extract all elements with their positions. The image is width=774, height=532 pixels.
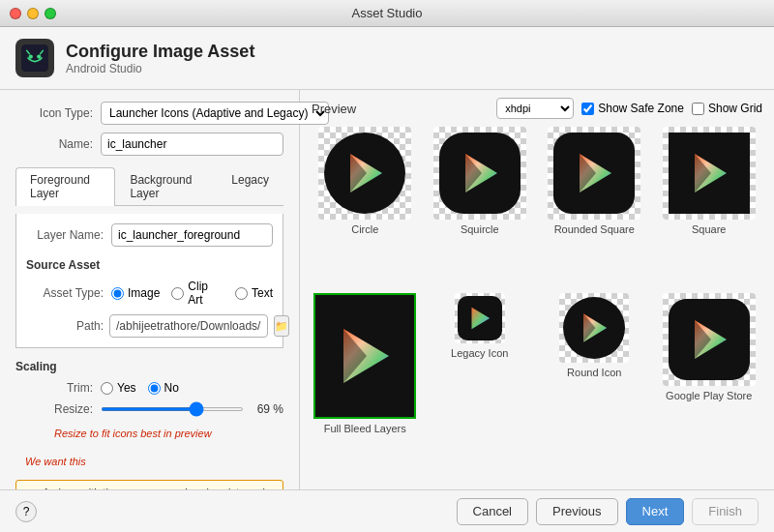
- finish-button[interactable]: Finish: [692, 498, 759, 525]
- tabs-row: Foreground Layer Background Layer Legacy: [15, 167, 283, 206]
- icon-cell-square: Square: [656, 127, 763, 283]
- icon-preview-fullbleed: [313, 293, 416, 419]
- header: Configure Image Asset Android Studio: [0, 27, 774, 90]
- window-controls[interactable]: [10, 8, 56, 19]
- android-logo: [15, 39, 54, 77]
- play-icon-rounded: [553, 133, 635, 214]
- browse-button[interactable]: 📁: [274, 315, 289, 337]
- icon-preview-round: [559, 293, 629, 363]
- icon-cell-gplay: Google Play Store: [656, 293, 763, 483]
- radio-text[interactable]: Text: [235, 286, 273, 300]
- title-bar: Asset Studio: [0, 0, 774, 27]
- icon-label-fullbleed: Full Bleed Layers: [324, 423, 406, 434]
- layer-name-label: Layer Name:: [26, 228, 104, 242]
- radio-trim-yes[interactable]: Yes: [101, 381, 136, 395]
- cancel-button[interactable]: Cancel: [457, 498, 528, 525]
- asset-type-label: Asset Type:: [26, 286, 104, 300]
- bottom-bar: ? Cancel Previous Next Finish: [0, 489, 774, 532]
- resize-row: Resize: 69 %: [15, 402, 283, 416]
- show-safe-zone-label[interactable]: Show Safe Zone: [581, 102, 684, 115]
- show-safe-zone-checkbox[interactable]: [581, 103, 594, 115]
- icon-label-squircle: Squircle: [461, 223, 499, 235]
- fullbleed-bg: [315, 295, 414, 417]
- radio-image[interactable]: Image: [111, 286, 160, 300]
- icon-type-select[interactable]: Launcher Icons (Adaptive and Legacy): [101, 102, 329, 125]
- asset-type-radio-group: Image Clip Art Text: [111, 280, 273, 307]
- content-area: Icon Type: Launcher Icons (Adaptive and …: [0, 90, 774, 489]
- main-container: Configure Image Asset Android Studio Ico…: [0, 27, 774, 532]
- path-row: Path: 📁: [26, 314, 273, 338]
- icon-label-gplay: Google Play Store: [666, 390, 752, 401]
- icon-cell-round: Round Icon: [541, 293, 648, 483]
- resize-slider[interactable]: [101, 407, 244, 411]
- icon-preview-gplay: [663, 293, 756, 386]
- layer-name-input[interactable]: [111, 223, 273, 247]
- dpi-select[interactable]: xhdpi mdpi hdpi xxhdpi xxxhdpi: [496, 98, 574, 119]
- tab-legacy[interactable]: Legacy: [217, 167, 283, 205]
- path-label: Path:: [26, 319, 104, 333]
- preview-label: Preview: [312, 102, 356, 116]
- trim-row: Trim: Yes No: [15, 381, 283, 395]
- next-button[interactable]: Next: [626, 498, 685, 525]
- previous-button[interactable]: Previous: [536, 498, 618, 525]
- tab-foreground[interactable]: Foreground Layer: [15, 167, 115, 206]
- resize-value: 69 %: [250, 402, 283, 416]
- name-row: Name: ic_launcher: [15, 133, 283, 156]
- radio-clipart[interactable]: Clip Art: [171, 280, 223, 307]
- show-grid-label[interactable]: Show Grid: [692, 102, 762, 115]
- page-title: Configure Image Asset: [66, 42, 254, 62]
- icon-label-legacy: Legacy Icon: [451, 347, 508, 359]
- warning-bar: ⚠ An icon with the same name already exi…: [15, 480, 283, 489]
- play-icon-gplay: [669, 299, 750, 380]
- tab-background[interactable]: Background Layer: [115, 167, 217, 205]
- trim-radio-group: Yes No: [101, 381, 179, 395]
- show-grid-checkbox[interactable]: [692, 103, 704, 115]
- icon-label-round: Round Icon: [567, 367, 621, 378]
- play-icon-legacy: [458, 296, 502, 340]
- radio-trim-no[interactable]: No: [148, 381, 179, 395]
- play-icon-circle: [324, 133, 405, 214]
- play-icon-squircle: [439, 133, 521, 214]
- icon-grid: Circle: [312, 127, 762, 482]
- icon-preview-squircle: [433, 127, 526, 220]
- icon-preview-legacy: [455, 293, 505, 343]
- layer-name-row: Layer Name:: [26, 223, 273, 247]
- resize-label: Resize:: [15, 402, 93, 416]
- path-input[interactable]: [109, 314, 268, 338]
- annotation-resize-text: Resize to fit icons best in preview: [54, 428, 212, 439]
- icon-preview-rounded: [548, 127, 640, 220]
- icon-cell-legacy: Legacy Icon: [427, 293, 534, 483]
- icon-preview-square: [663, 127, 756, 220]
- close-button[interactable]: [10, 8, 21, 19]
- page-subtitle: Android Studio: [66, 62, 254, 75]
- annotation-resize: Resize to fit icons best in preview: [54, 426, 283, 440]
- icon-label-rounded: Rounded Square: [554, 223, 635, 235]
- window-title: Asset Studio: [352, 6, 423, 20]
- icon-cell-rounded: Rounded Square: [541, 127, 648, 283]
- trim-label: Trim:: [15, 381, 93, 395]
- asset-type-row: Asset Type: Image Clip Art Text: [26, 280, 273, 307]
- annotation-want-text: We want this: [25, 456, 86, 467]
- icon-label-circle: Circle: [351, 223, 378, 235]
- name-input[interactable]: ic_launcher: [101, 133, 283, 156]
- help-button[interactable]: ?: [15, 501, 37, 522]
- icon-type-label: Icon Type:: [15, 106, 93, 120]
- bottom-bar-left: ?: [15, 501, 449, 522]
- minimize-button[interactable]: [27, 8, 39, 19]
- header-text: Configure Image Asset Android Studio: [66, 42, 254, 75]
- icon-label-square: Square: [692, 223, 726, 235]
- preview-controls: xhdpi mdpi hdpi xxhdpi xxxhdpi Show Safe…: [496, 98, 762, 119]
- source-asset-label: Source Asset: [26, 258, 273, 272]
- svg-rect-0: [21, 44, 48, 72]
- preview-header: Preview xhdpi mdpi hdpi xxhdpi xxxhdpi S…: [312, 98, 762, 119]
- icon-type-row: Icon Type: Launcher Icons (Adaptive and …: [15, 102, 283, 125]
- icon-cell-squircle: Squircle: [427, 127, 534, 283]
- maximize-button[interactable]: [45, 8, 56, 19]
- icon-cell-circle: Circle: [312, 127, 419, 283]
- svg-marker-15: [471, 307, 490, 329]
- right-panel: Preview xhdpi mdpi hdpi xxhdpi xxxhdpi S…: [300, 90, 774, 489]
- scaling-label: Scaling: [15, 360, 283, 373]
- play-icon-square: [669, 133, 750, 214]
- icon-preview-circle: [318, 127, 411, 220]
- icon-cell-fullbleed: Full Bleed Layers: [312, 293, 419, 483]
